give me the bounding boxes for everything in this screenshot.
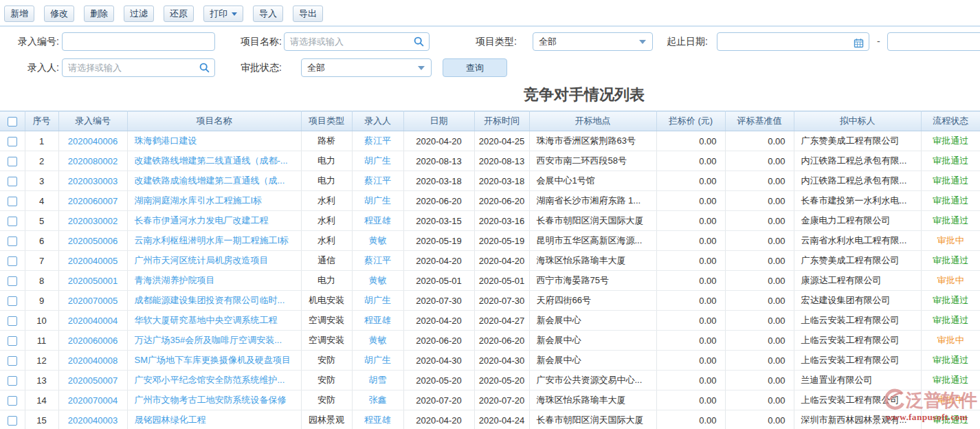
cell-code[interactable]: 2020050006 [58, 231, 127, 251]
row-checkbox[interactable] [8, 197, 17, 206]
cell-person[interactable]: 蔡江平 [352, 131, 403, 151]
row-checkbox[interactable] [8, 276, 17, 286]
cell-name[interactable]: 万达广场35#会所及咖啡厅空调安装... [127, 331, 301, 351]
delete-button[interactable]: 删除 [84, 6, 114, 22]
cell-base: 0.00 [725, 151, 794, 171]
import-button[interactable]: 导入 [253, 6, 283, 22]
cell-name[interactable]: SM广场地下车库更换摄像机及硬盘项目 [127, 351, 301, 371]
cell-code[interactable]: 2020040004 [58, 311, 127, 331]
project-type-select[interactable]: 全部 [533, 32, 653, 51]
calendar-icon[interactable] [854, 36, 864, 51]
cell-place: 新会展中心 [529, 351, 656, 371]
row-checkbox[interactable] [8, 217, 17, 226]
row-checkbox[interactable] [8, 157, 17, 166]
cell-code[interactable]: 2020030002 [58, 211, 127, 231]
start-date-input[interactable] [717, 32, 869, 51]
cell-code[interactable]: 2020080002 [58, 151, 127, 171]
select-all-checkbox[interactable] [8, 117, 17, 126]
cell-person[interactable]: 程亚雄 [352, 311, 403, 331]
cell-name[interactable]: 成都能源建设集团投资有限公司临时... [127, 291, 301, 311]
cell-person[interactable]: 胡雪 [352, 371, 403, 390]
row-checkbox[interactable] [8, 336, 17, 346]
cell-code[interactable]: 2020030003 [58, 171, 127, 191]
row-checkbox[interactable] [8, 177, 17, 186]
cell-code[interactable]: 2020060007 [58, 191, 127, 211]
cell-name[interactable]: 改建铁路线增建第二线直通线（成都-... [127, 151, 301, 171]
cell-code[interactable]: 2020050007 [58, 371, 127, 390]
print-button[interactable]: 打印 [203, 6, 243, 22]
cell-person[interactable]: 黄敏 [352, 271, 403, 291]
row-checkbox[interactable] [8, 356, 17, 366]
cell-code[interactable]: 2020070004 [58, 390, 127, 410]
caret-down-icon [232, 12, 237, 16]
row-checkbox[interactable] [8, 416, 17, 426]
cell-code[interactable]: 2020070005 [58, 291, 127, 311]
row-checkbox[interactable] [8, 376, 17, 386]
cell-price: 0.00 [656, 151, 725, 171]
export-button[interactable]: 导出 [293, 6, 323, 22]
cell-person[interactable]: 程亚雄 [352, 410, 403, 429]
cell-person[interactable]: 胡广生 [352, 351, 403, 371]
cell-person[interactable]: 黄敏 [352, 331, 403, 351]
table-row: 22020080002改建铁路线增建第二线直通线（成都-...电力胡广生2020… [0, 151, 980, 171]
cell-person[interactable]: 胡广生 [352, 151, 403, 171]
cell-winner: 内江铁路工程总承包有限... [794, 151, 921, 171]
row-checkbox[interactable] [8, 296, 17, 306]
cell-person[interactable]: 蔡江平 [352, 171, 403, 191]
chevron-down-icon [639, 40, 646, 44]
table-row: 52020030002长春市伊通河水力发电厂改建工程水利程亚雄2020-03-1… [0, 211, 980, 231]
row-checkbox[interactable] [8, 236, 17, 246]
cell-person[interactable]: 程亚雄 [352, 211, 403, 231]
cell-name[interactable]: 晟铭园林绿化工程 [127, 410, 301, 429]
cell-person[interactable]: 胡广生 [352, 191, 403, 211]
filter-button[interactable]: 过滤 [124, 6, 154, 22]
cell-name[interactable]: 青海洪湖养护院项目 [127, 271, 301, 291]
cell-person[interactable]: 胡广生 [352, 291, 403, 311]
row-checkbox[interactable] [8, 396, 17, 406]
cell-name[interactable]: 云南水利枢纽潜明水库一期工程施工I标 [127, 231, 301, 251]
cell-open_time: 2020-07-20 [474, 390, 529, 410]
cell-name[interactable]: 广安邓小平纪念馆安全防范系统维护... [127, 371, 301, 390]
cell-type: 路桥 [301, 131, 352, 151]
row-checkbox[interactable] [8, 256, 17, 266]
cell-date: 2020-04-20 [403, 251, 474, 271]
cell-name[interactable]: 华软大厦研究基地中央空调系统工程 [127, 311, 301, 331]
row-checkbox[interactable] [8, 316, 17, 326]
search-icon[interactable] [199, 62, 210, 77]
entry-person-input[interactable]: 请选择或输入 [62, 58, 215, 77]
add-button[interactable]: 新增 [4, 6, 34, 22]
cell-name[interactable]: 改建铁路成渝线增建第二直通线（成... [127, 171, 301, 191]
cell-person[interactable]: 黄敏 [352, 231, 403, 251]
cell-status: 审批通过 [921, 410, 980, 429]
cell-name[interactable]: 湖南洞庭湖水库引水工程施工I标 [127, 191, 301, 211]
cell-base: 0.00 [725, 131, 794, 151]
edit-button[interactable]: 修改 [44, 6, 74, 22]
cell-person[interactable]: 张鑫 [352, 390, 403, 410]
cell-code[interactable]: 2020040008 [58, 351, 127, 371]
cell-type: 机电安装 [301, 291, 352, 311]
project-name-input[interactable]: 请选择或输入 [284, 32, 430, 51]
cell-code[interactable]: 2020050001 [58, 271, 127, 291]
cell-code[interactable]: 2020040005 [58, 251, 127, 271]
cell-name[interactable]: 广州市文物考古工地安防系统设备保修 [127, 390, 301, 410]
cell-code[interactable]: 2020040003 [58, 410, 127, 429]
cell-winner: 上临云安装工程有限公司 [794, 390, 921, 410]
cell-open_time: 2020-05-20 [474, 371, 529, 390]
approval-status-select[interactable]: 全部 [301, 58, 432, 77]
cell-type: 安防 [301, 371, 352, 390]
cell-name[interactable]: 珠海鹤港口建设 [127, 131, 301, 151]
end-date-input[interactable] [887, 32, 980, 51]
cell-open_time: 2020-05-01 [474, 271, 529, 291]
search-icon[interactable] [413, 36, 425, 51]
restore-button[interactable]: 还原 [164, 6, 194, 22]
cell-name[interactable]: 广州市天河区统计局机房改造项目 [127, 251, 301, 271]
row-checkbox[interactable] [8, 137, 17, 146]
cell-person[interactable]: 蔡江平 [352, 251, 403, 271]
cell-winner: 长春市建投第一水利水电... [794, 191, 921, 211]
entry-no-input[interactable] [62, 32, 215, 51]
cell-name[interactable]: 长春市伊通河水力发电厂改建工程 [127, 211, 301, 231]
search-button[interactable]: 查询 [443, 58, 507, 77]
cell-code[interactable]: 2020060006 [58, 331, 127, 351]
cell-place: 湖南省长沙市湘府东路 1... [529, 191, 656, 211]
cell-code[interactable]: 2020040006 [58, 131, 127, 151]
